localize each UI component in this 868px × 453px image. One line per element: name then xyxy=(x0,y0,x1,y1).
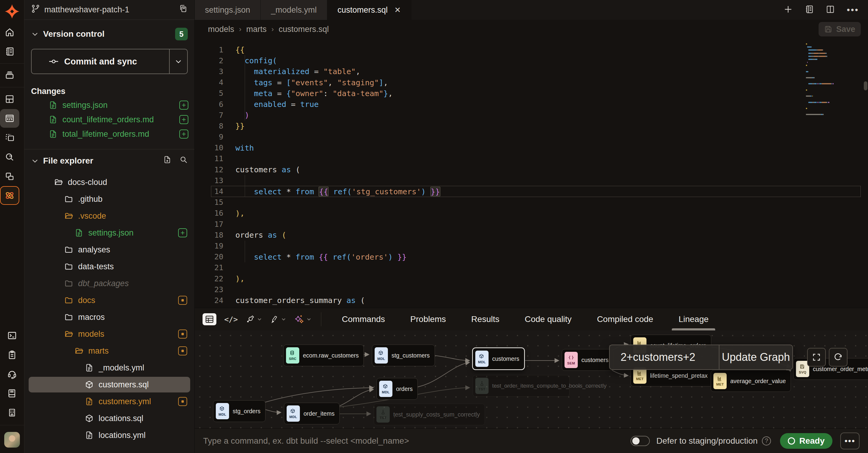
notebook-panel-icon[interactable] xyxy=(804,4,814,15)
code-line-2[interactable]: 2 config( xyxy=(195,55,868,66)
tree-item-locations.sql[interactable]: locations.sql xyxy=(24,410,194,427)
tree-item-customers.sql[interactable]: customers.sql xyxy=(24,376,194,393)
code-line-21[interactable]: 21 xyxy=(195,262,868,273)
code-line-6[interactable]: 6 enabled = true xyxy=(195,99,868,110)
lineage-node-test_order_items[interactable]: TST test_order_items_compute_to_bools_co… xyxy=(472,375,569,397)
tree-item-models[interactable]: models xyxy=(24,326,194,343)
panel-tab-lineage[interactable]: Lineage xyxy=(666,308,721,330)
lineage-node-order_items[interactable]: MDL order_items xyxy=(284,403,340,424)
lineage-node-customers_sem[interactable]: SEM customers xyxy=(562,349,614,371)
rail-item-code-editor[interactable] xyxy=(0,109,19,128)
tree-item-analyses[interactable]: analyses xyxy=(24,241,194,258)
compile-code-icon[interactable]: </> xyxy=(224,315,238,324)
editor-tab-customers.sql[interactable]: customers.sql ✕ xyxy=(327,0,411,20)
editor-tab-settings.json[interactable]: settings.json xyxy=(195,0,261,20)
format-dropdown[interactable] xyxy=(270,315,287,323)
lineage-node-orders[interactable]: MDL orders xyxy=(376,378,418,400)
commit-options-dropdown[interactable] xyxy=(170,50,187,73)
breadcrumb-file[interactable]: customers.sql xyxy=(279,25,329,34)
lineage-node-average_order_value[interactable]: MET average_order_value xyxy=(711,370,791,392)
code-line-22[interactable]: 22), xyxy=(195,273,868,284)
search-files-icon[interactable] xyxy=(179,155,188,166)
code-line-7[interactable]: 7 ) xyxy=(195,110,868,121)
rail-item-notebook[interactable] xyxy=(0,42,19,61)
user-avatar[interactable] xyxy=(4,432,20,448)
more-options-icon[interactable]: ••• xyxy=(846,5,859,15)
rail-item-explore[interactable] xyxy=(0,148,19,166)
code-line-13[interactable]: 13 xyxy=(195,175,868,186)
tree-item-settings.json[interactable]: settings.json+ xyxy=(24,224,194,241)
editor-scrollbar[interactable] xyxy=(864,81,867,90)
file-explorer-header[interactable]: File explorer xyxy=(24,150,194,170)
code-line-20[interactable]: 20 select * from {{ ref('orders') }} xyxy=(195,252,868,262)
code-line-9[interactable]: 9 xyxy=(195,132,868,142)
tree-item-customers.yml[interactable]: customers.yml xyxy=(24,393,194,410)
status-more-button[interactable]: ••• xyxy=(840,432,860,449)
code-line-23[interactable]: 23 xyxy=(195,284,868,295)
ready-status-badge[interactable]: Ready xyxy=(780,433,832,449)
tree-item-docs-cloud[interactable]: docs-cloud xyxy=(24,174,194,191)
rail-item-headset[interactable] xyxy=(2,365,22,383)
panel-tab-commands[interactable]: Commands xyxy=(329,308,398,330)
panel-tab-problems[interactable]: Problems xyxy=(398,308,458,330)
rail-item-terminal[interactable] xyxy=(2,326,22,345)
commit-and-sync-button[interactable]: Commit and sync xyxy=(32,50,170,73)
code-line-15[interactable]: 15 xyxy=(195,197,868,208)
refresh-graph-button[interactable] xyxy=(829,348,847,366)
fullscreen-button[interactable] xyxy=(807,348,826,366)
code-line-18[interactable]: 18orders as ( xyxy=(195,229,868,240)
split-editor-icon[interactable] xyxy=(826,4,835,15)
code-line-16[interactable]: 16), xyxy=(195,208,868,219)
code-line-19[interactable]: 19 xyxy=(195,240,868,251)
branch-name[interactable]: matthewshaver-patch-1 xyxy=(44,5,179,14)
lineage-node-test_supply[interactable]: TST test_supply_costs_sum_correctly xyxy=(374,403,485,425)
rail-item-clipboard[interactable] xyxy=(2,346,22,364)
panel-tab-compiled-code[interactable]: Compiled code xyxy=(584,308,666,330)
changed-file-row[interactable]: total_lifetime_orders.md + xyxy=(24,127,194,141)
dbt-copilot-dropdown[interactable] xyxy=(294,315,312,324)
help-icon[interactable]: ? xyxy=(762,436,771,446)
code-line-4[interactable]: 4 tags = ["events", "staging"], xyxy=(195,77,868,88)
lineage-canvas[interactable]: SRC ecom.raw_customers MDL stg_customers… xyxy=(195,330,868,428)
lineage-node-customers_model[interactable]: MDL customers xyxy=(472,348,524,369)
code-line-11[interactable]: 11 xyxy=(195,153,868,164)
code-line-24[interactable]: 24customer_orders_summary as ( xyxy=(195,295,868,306)
changed-file-row[interactable]: count_lifetime_orders.md + xyxy=(24,112,194,127)
rail-item-home[interactable] xyxy=(0,23,19,41)
update-graph-button[interactable]: Update Graph xyxy=(719,345,792,369)
rail-item-organization[interactable] xyxy=(2,403,22,422)
code-line-17[interactable]: 17 xyxy=(195,219,868,229)
close-tab-icon[interactable]: ✕ xyxy=(394,5,401,15)
tree-item-_models.yml[interactable]: _models.yml xyxy=(24,359,194,376)
breadcrumb-marts[interactable]: marts xyxy=(246,25,267,34)
lineage-selector-input[interactable]: 2+customers+2 xyxy=(610,345,719,369)
code-area[interactable]: 1{{2 config(3 materialized = "table",4 t… xyxy=(195,38,868,308)
lineage-node-stg_orders[interactable]: MDL stg_orders xyxy=(213,400,266,422)
minimap[interactable] xyxy=(806,43,854,117)
tree-item-dbt_packages[interactable]: dbt_packages xyxy=(24,275,194,292)
code-line-1[interactable]: 1{{ xyxy=(195,44,868,55)
new-file-icon[interactable] xyxy=(163,155,172,166)
command-input[interactable] xyxy=(203,436,630,446)
code-line-10[interactable]: 10with xyxy=(195,142,868,153)
code-line-5[interactable]: 5 meta = {"owner": "data-team"}, xyxy=(195,88,868,99)
rail-item-orchestration[interactable] xyxy=(0,167,19,186)
rail-item-docs-book[interactable] xyxy=(2,384,22,403)
version-control-header[interactable]: Version control 5 xyxy=(24,20,194,43)
panel-tab-results[interactable]: Results xyxy=(459,308,512,330)
preview-results-button[interactable] xyxy=(203,313,216,325)
save-button[interactable]: Save xyxy=(818,22,861,36)
rail-item-inbox[interactable] xyxy=(0,66,19,85)
new-tab-icon[interactable] xyxy=(783,4,793,15)
tree-item-.github[interactable]: .github xyxy=(24,191,194,207)
tree-item-marts[interactable]: marts xyxy=(24,343,194,359)
rail-item-dbt-copilot[interactable] xyxy=(0,186,19,205)
changed-file-row[interactable]: settings.json + xyxy=(24,98,194,112)
code-line-8[interactable]: 8}} xyxy=(195,121,868,131)
tree-item-docs[interactable]: docs xyxy=(24,292,194,309)
panel-tab-code-quality[interactable]: Code quality xyxy=(512,308,584,330)
tree-item-locations.yml[interactable]: locations.yml xyxy=(24,427,194,444)
code-line-3[interactable]: 3 materialized = "table", xyxy=(195,66,868,77)
editor-tab-_models.yml[interactable]: _models.yml xyxy=(261,0,327,20)
dbt-logo-icon[interactable] xyxy=(4,4,20,19)
